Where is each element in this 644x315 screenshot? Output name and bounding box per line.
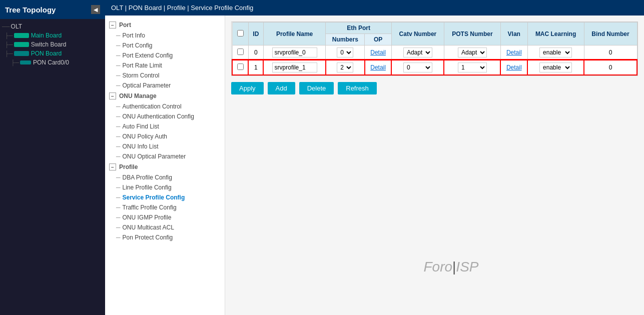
select-all-checkbox[interactable] — [237, 30, 244, 36]
nav-item-storm-control[interactable]: ─Storm Control — [105, 70, 225, 80]
nav-item-service-profile[interactable]: ─Service Profile Config — [105, 192, 225, 202]
sidebar-collapse-button[interactable]: ◀ — [91, 5, 100, 14]
th-eth-numbers: Numbers — [326, 34, 365, 46]
sidebar-title: Tree Topology — [5, 6, 56, 14]
service-profile-table: ID Profile Name Eth Port Catv Number POT… — [232, 22, 637, 76]
breadcrumb-ponboard[interactable]: PON Board — [129, 4, 162, 12]
th-bind-number: Bind Number — [584, 22, 637, 46]
row0-mac-learning-select[interactable]: enable disable — [539, 48, 572, 58]
content-area: − Port ─Port Info ─Port Config ─Port Ext… — [105, 16, 644, 315]
nav-item-optical-parameter[interactable]: ─Optical Parameter — [105, 80, 225, 90]
th-profile-name: Profile Name — [263, 22, 326, 46]
row0-eth-numbers-select[interactable]: 0 1 2 4 — [337, 48, 353, 58]
th-vlan: Vlan — [500, 22, 527, 46]
row0-checkbox[interactable] — [237, 48, 244, 55]
th-pots-number: POTS Number — [444, 22, 500, 46]
th-checkbox — [232, 22, 248, 46]
breadcrumb-current: Service Profile Config — [191, 4, 253, 12]
nav-item-traffic-profile[interactable]: ─Traffic Profile Config — [105, 202, 225, 212]
nav-item-port-extend-config[interactable]: ─Port Extend Config — [105, 50, 225, 60]
row0-catv-select[interactable]: Adapt 0 1 — [403, 48, 432, 58]
nav-item-onu-auth-config[interactable]: ─ONU Authentication Config — [105, 112, 225, 122]
breadcrumb: OLT | PON Board | Profile | Service Prof… — [105, 0, 644, 16]
poncard-icon — [20, 60, 31, 64]
port-expand-icon[interactable]: − — [109, 22, 116, 28]
nav-item-auto-find-list[interactable]: ─Auto Find List — [105, 122, 225, 132]
nav-section-profile: − Profile — [105, 162, 225, 172]
add-button[interactable]: Add — [268, 82, 295, 94]
nav-item-line-profile[interactable]: ─Line Profile Config — [105, 182, 225, 192]
row1-profile-name-cell — [263, 60, 326, 75]
nav-item-port-config[interactable]: ─Port Config — [105, 40, 225, 50]
poncard-label: PON Card0/0 — [33, 59, 69, 66]
nav-item-auth-control[interactable]: ─Authentication Control — [105, 102, 225, 112]
row0-pots-cell: Adapt 0 1 — [444, 46, 500, 60]
table-row: 1 0 1 2 4 Detail — [232, 60, 637, 75]
table-row: 0 0 1 2 4 Detail — [232, 46, 637, 60]
left-nav: − Port ─Port Info ─Port Config ─Port Ext… — [105, 16, 225, 315]
row1-eth-op-detail-link[interactable]: Detail — [370, 64, 386, 71]
nav-item-onu-igmp[interactable]: ─ONU IGMP Profile — [105, 212, 225, 222]
row1-mac-learning-cell: enable disable — [527, 60, 584, 75]
nav-item-port-rate-limit[interactable]: ─Port Rate Limit — [105, 60, 225, 70]
row0-eth-op-detail-link[interactable]: Detail — [370, 49, 386, 56]
row1-eth-numbers-select[interactable]: 0 1 2 4 — [337, 62, 353, 72]
nav-section-port: − Port — [105, 20, 225, 30]
breadcrumb-olt[interactable]: OLT — [111, 4, 123, 12]
nav-item-onu-policy-auth[interactable]: ─ONU Policy Auth — [105, 132, 225, 142]
row0-id: 0 — [248, 46, 263, 60]
onu-manage-section-label: ONU Manage — [119, 92, 157, 100]
ponboard-icon — [14, 51, 29, 56]
tree-node-switchboard[interactable]: ├─ Switch Board — [0, 40, 105, 49]
breadcrumb-profile[interactable]: Profile — [167, 4, 186, 12]
sidebar: Tree Topology ◀ ── OLT ├─ Main Board ├─ … — [0, 0, 105, 315]
th-catv-number: Catv Number — [391, 22, 444, 46]
nav-section-onu-manage: − ONU Manage — [105, 90, 225, 102]
nav-item-pon-protect[interactable]: ─Pon Protect Config — [105, 232, 225, 242]
breadcrumb-sep2: | — [164, 4, 167, 12]
data-table-container: ID Profile Name Eth Port Catv Number POT… — [231, 22, 638, 76]
profile-section-label: Profile — [119, 164, 138, 170]
olt-label: OLT — [11, 23, 22, 30]
row0-profile-name-cell — [263, 46, 326, 60]
nav-item-onu-optical-param[interactable]: ─ONU Optical Parameter — [105, 152, 225, 162]
tree-node-mainboard[interactable]: ├─ Main Board — [0, 31, 105, 40]
delete-button[interactable]: Delete — [299, 82, 334, 94]
onu-manage-expand-icon[interactable]: − — [109, 92, 116, 100]
switchboard-icon — [14, 42, 29, 47]
watermark: Foro|ISP — [424, 259, 479, 275]
row0-eth-op-cell: Detail — [365, 46, 392, 60]
tree-node-ponboard[interactable]: ├─ PON Board — [0, 49, 105, 58]
tree-node-olt[interactable]: ── OLT — [0, 22, 105, 31]
breadcrumb-sep1: | — [125, 4, 129, 12]
row1-checkbox-cell — [232, 60, 248, 75]
nav-item-onu-info-list[interactable]: ─ONU Info List — [105, 142, 225, 152]
main-area: OLT | PON Board | Profile | Service Prof… — [105, 0, 644, 315]
nav-item-onu-multicast-acl[interactable]: ─ONU Multicast ACL — [105, 222, 225, 232]
profile-expand-icon[interactable]: − — [109, 164, 116, 170]
nav-item-dba-profile[interactable]: ─DBA Profile Config — [105, 172, 225, 182]
tree-node-poncard[interactable]: ├─ PON Card0/0 — [0, 58, 105, 67]
row1-id: 1 — [248, 60, 263, 75]
row0-vlan-detail-link[interactable]: Detail — [506, 49, 522, 56]
row0-profile-name-input[interactable] — [272, 48, 317, 58]
row1-eth-op-cell: Detail — [365, 60, 392, 75]
row1-eth-numbers-cell: 0 1 2 4 — [326, 60, 365, 75]
nav-item-port-info[interactable]: ─Port Info — [105, 30, 225, 40]
row1-vlan-detail-link[interactable]: Detail — [506, 64, 522, 71]
row1-vlan-cell: Detail — [500, 60, 527, 75]
row1-profile-name-input[interactable] — [272, 62, 317, 72]
row1-mac-learning-select[interactable]: enable disable — [539, 62, 572, 72]
row1-catv-cell: 0 Adapt 1 — [391, 60, 444, 75]
row0-eth-numbers-cell: 0 1 2 4 — [326, 46, 365, 60]
refresh-button[interactable]: Refresh — [338, 82, 377, 94]
switchboard-label: Switch Board — [31, 41, 67, 48]
th-id: ID — [248, 22, 263, 46]
row1-catv-select[interactable]: 0 Adapt 1 — [403, 62, 432, 72]
row1-checkbox[interactable] — [237, 64, 244, 70]
row1-pots-select[interactable]: 0 1 Adapt — [458, 62, 487, 72]
tree-section: ── OLT ├─ Main Board ├─ Switch Board ├─ … — [0, 19, 105, 70]
row0-pots-select[interactable]: Adapt 0 1 — [458, 48, 487, 58]
apply-button[interactable]: Apply — [231, 82, 264, 94]
sidebar-header: Tree Topology ◀ — [0, 0, 105, 19]
